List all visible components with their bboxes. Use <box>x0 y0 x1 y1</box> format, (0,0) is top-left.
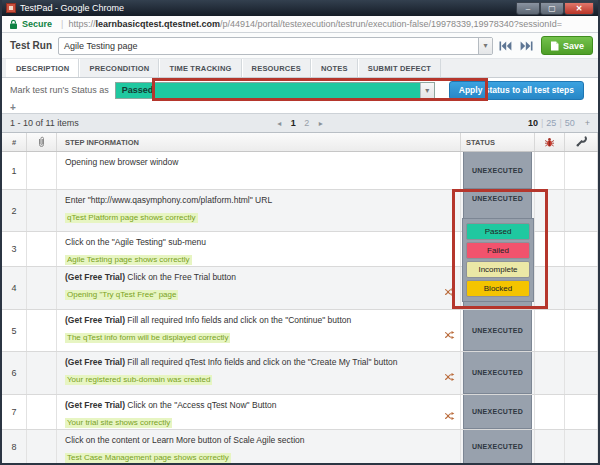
next-test-run-icon <box>520 41 533 51</box>
next-page-icon[interactable]: ▸ <box>319 119 323 128</box>
detail-tabs: DESCRIPTION PRECONDITION TIME TRACKING R… <box>2 59 598 78</box>
status-badge[interactable]: UNEXECUTED <box>463 310 532 351</box>
status-option-blocked[interactable]: Blocked <box>466 280 530 297</box>
status-cell[interactable]: UNEXECUTED <box>461 152 535 189</box>
attachment-cell[interactable] <box>27 352 57 394</box>
prev-page-icon[interactable]: ◂ <box>277 119 281 128</box>
defect-cell[interactable] <box>535 267 565 309</box>
maximize-button[interactable]: ▢ <box>540 2 564 15</box>
run-status-select[interactable]: Passed ▾ <box>115 82 435 99</box>
test-steps-table: 1 Opening new browser window UNEXECUTED … <box>2 152 598 465</box>
expected-result: Opening "Try qTest Free" page <box>65 290 178 300</box>
tab-notes[interactable]: NOTES <box>311 59 358 77</box>
step-cell[interactable]: (Get Free Trial) Click on the "Access qT… <box>57 395 461 429</box>
chevron-down-icon[interactable]: ▾ <box>478 38 492 54</box>
step-cell[interactable]: Click on the content or Learn More butto… <box>57 430 461 464</box>
attachment-cell[interactable] <box>27 267 57 309</box>
page-navigator: ◂ 1 2 ▸ <box>2 118 598 128</box>
status-badge[interactable]: UNEXECUTED <box>463 352 532 394</box>
status-cell[interactable]: UNEXECUTED <box>461 395 535 429</box>
status-option-passed[interactable]: Passed <box>466 223 530 240</box>
save-label: Save <box>563 41 584 51</box>
page-number-2[interactable]: 2 <box>304 118 309 128</box>
step-number: 6 <box>2 352 27 394</box>
step-cell[interactable]: (Get Free Trial) Fill all required Info … <box>57 310 461 351</box>
tools-cell[interactable] <box>565 310 598 351</box>
tab-resources[interactable]: RESOURCES <box>242 59 311 77</box>
prev-test-run-icon <box>499 41 512 51</box>
chevron-down-icon[interactable]: ▾ <box>420 83 434 98</box>
attachment-cell[interactable] <box>27 152 57 189</box>
tools-cell[interactable] <box>565 190 598 231</box>
testrun-label: Test Run <box>10 40 52 51</box>
step-number: 5 <box>2 310 27 351</box>
step-cell[interactable]: Opening new browser window <box>57 152 461 189</box>
header-step-information: STEP INFORMATION <box>57 133 461 151</box>
tab-precondition[interactable]: PRECONDITION <box>79 59 159 77</box>
tab-description[interactable]: DESCRIPTION <box>6 59 79 77</box>
table-row[interactable]: 5 (Get Free Trial) Fill all required Inf… <box>2 310 598 352</box>
tools-cell[interactable] <box>565 152 598 189</box>
status-option-failed[interactable]: Failed <box>466 242 530 259</box>
test-step-settings-icon[interactable] <box>444 326 455 344</box>
testrun-selected-value: Agile Testing page <box>59 41 478 51</box>
status-badge[interactable]: UNEXECUTED <box>463 395 532 429</box>
prev-test-run-button[interactable] <box>498 39 514 53</box>
defect-cell[interactable] <box>535 395 565 429</box>
page-number-1[interactable]: 1 <box>291 118 296 128</box>
testrun-toolbar: Test Run Agile Testing page ▾ Sav <box>2 33 598 59</box>
status-cell[interactable]: UNEXECUTED <box>461 430 535 464</box>
test-step-settings-icon[interactable] <box>444 368 455 386</box>
step-cell[interactable]: (Get Free Trial) Click on the Free Trial… <box>57 267 461 309</box>
attachment-cell[interactable] <box>27 395 57 429</box>
test-step-settings-icon[interactable] <box>444 283 455 301</box>
defect-cell[interactable] <box>535 190 565 231</box>
minimize-button[interactable]: – <box>516 2 540 15</box>
table-row[interactable]: 7 (Get Free Trial) Click on the "Access … <box>2 395 598 430</box>
save-button[interactable]: Save <box>541 36 593 55</box>
add-step-row: + <box>2 102 598 113</box>
table-row[interactable]: 8 Click on the content or Learn More but… <box>2 430 598 465</box>
testrun-select[interactable]: Agile Testing page ▾ <box>58 37 493 55</box>
tools-cell[interactable] <box>565 395 598 429</box>
window-title: TestPad - Google Chrome <box>20 3 516 13</box>
defect-cell[interactable] <box>535 310 565 351</box>
test-step-settings-icon[interactable] <box>444 407 455 425</box>
tools-cell[interactable] <box>565 267 598 309</box>
tools-cell[interactable] <box>565 232 598 266</box>
status-cell[interactable]: UNEXECUTED <box>461 310 535 351</box>
step-number: 8 <box>2 430 27 464</box>
tab-submit-defect[interactable]: SUBMIT DEFECT <box>358 59 441 77</box>
defect-cell[interactable] <box>535 152 565 189</box>
status-badge[interactable]: UNEXECUTED <box>463 430 532 464</box>
tools-cell[interactable] <box>565 430 598 464</box>
step-cell[interactable]: Enter "http://www.qasymphony.com/platfor… <box>57 190 461 231</box>
attachment-cell[interactable] <box>27 310 57 351</box>
attachment-cell[interactable] <box>27 190 57 231</box>
status-badge[interactable]: UNEXECUTED <box>463 152 532 189</box>
defect-cell[interactable] <box>535 352 565 394</box>
tab-time-tracking[interactable]: TIME TRACKING <box>159 59 241 77</box>
step-cell[interactable]: (Get Free Trial) Fill all required qTest… <box>57 352 461 394</box>
attachment-cell[interactable] <box>27 430 57 464</box>
run-status-bar: Mark test run's Status as Passed ▾ Apply… <box>2 78 598 102</box>
plus-icon[interactable]: + <box>10 103 16 113</box>
next-test-run-button[interactable] <box>519 39 535 53</box>
step-cell[interactable]: Click on the "Agile Testing" sub-menuAgi… <box>57 232 461 266</box>
table-row[interactable]: 1 Opening new browser window UNEXECUTED <box>2 152 598 190</box>
defect-cell[interactable] <box>535 232 565 266</box>
attachment-cell[interactable] <box>27 232 57 266</box>
close-button[interactable]: ✕ <box>564 2 594 15</box>
defect-cell[interactable] <box>535 430 565 464</box>
apply-status-button[interactable]: Apply status to all test steps <box>449 81 584 100</box>
step-number: 2 <box>2 190 27 231</box>
tools-cell[interactable] <box>565 352 598 394</box>
paperclip-icon <box>37 136 46 148</box>
table-row[interactable]: 6 (Get Free Trial) Fill all required qTe… <box>2 352 598 395</box>
header-tools <box>565 133 598 151</box>
browser-address-bar[interactable]: Secure | https://learnbasicqtest.qtestne… <box>2 16 598 33</box>
save-document-icon <box>550 41 559 51</box>
header-status[interactable]: STATUS <box>461 133 535 151</box>
status-option-incomplete[interactable]: Incomplete <box>466 261 530 278</box>
status-cell[interactable]: UNEXECUTED <box>461 352 535 394</box>
